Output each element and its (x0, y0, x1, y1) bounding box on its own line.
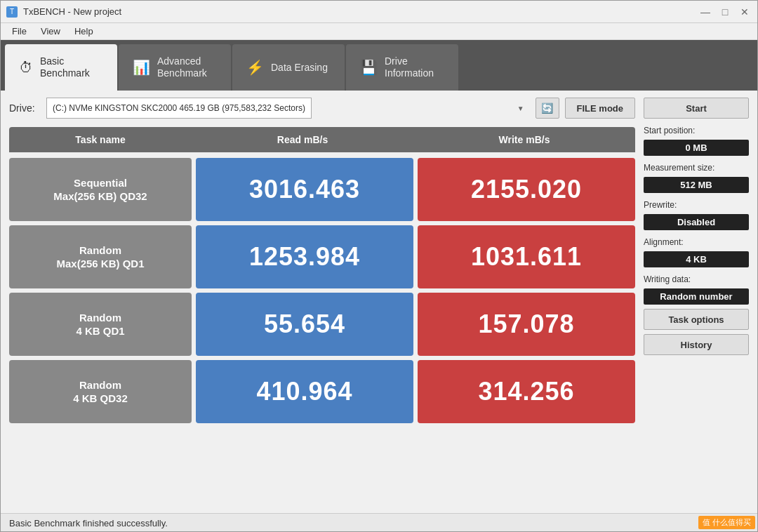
drive-label: Drive: (9, 102, 41, 114)
benchmark-table: Task name Read mB/s Write mB/s Sequentia… (9, 127, 635, 506)
table-row: Random4 KB QD1 55.654 157.078 (9, 293, 635, 356)
history-button[interactable]: History (644, 334, 749, 355)
drive-icon: 💾 (360, 59, 378, 76)
start-button[interactable]: Start (644, 98, 749, 119)
erase-icon: ⚡ (246, 59, 264, 76)
measurement-size-value: 512 MB (644, 177, 749, 193)
prewrite-value: Disabled (644, 214, 749, 230)
benchmark-header: Task name Read mB/s Write mB/s (9, 127, 635, 152)
row-read-sequential: 3016.463 (196, 158, 413, 221)
row-label-random-4k-qd1: Random4 KB QD1 (9, 293, 192, 356)
tab-basic-benchmark[interactable]: ⏱ BasicBenchmark (5, 44, 117, 91)
drive-row: Drive: (C:) NVMe KINGSTON SKC2000 465.19… (9, 98, 635, 119)
maximize-button[interactable]: □ (718, 5, 732, 19)
header-read: Read mB/s (192, 134, 413, 145)
row-write-random-4k-qd32: 314.256 (418, 360, 635, 423)
tab-drive-information[interactable]: 💾 DriveInformation (346, 44, 458, 91)
drive-refresh-button[interactable]: 🔄 (536, 98, 559, 119)
title-bar: T TxBENCH - New project — □ ✕ (1, 1, 757, 23)
tab-data-erasing[interactable]: ⚡ Data Erasing (232, 44, 345, 91)
right-panel: Start Start position: 0 MB Measurement s… (644, 98, 749, 506)
file-mode-button[interactable]: FILE mode (565, 98, 635, 119)
tab-basic-label: BasicBenchmark (40, 55, 90, 79)
close-button[interactable]: ✕ (738, 5, 752, 19)
row-label-random-256: RandomMax(256 KB) QD1 (9, 225, 192, 288)
row-write-sequential: 2155.020 (418, 158, 635, 221)
main-content: Drive: (C:) NVMe KINGSTON SKC2000 465.19… (1, 91, 757, 513)
chart-icon: 📊 (133, 59, 150, 76)
header-task-name: Task name (9, 134, 192, 145)
tab-bar: ⏱ BasicBenchmark 📊 AdvancedBenchmark ⚡ D… (1, 40, 757, 91)
left-panel: Drive: (C:) NVMe KINGSTON SKC2000 465.19… (9, 98, 635, 506)
start-position-label: Start position: (644, 126, 749, 135)
row-write-random-4k-qd1: 157.078 (418, 293, 635, 356)
start-position-value: 0 MB (644, 140, 749, 156)
window-title: TxBENCH - New project (23, 6, 121, 17)
minimize-button[interactable]: — (698, 5, 712, 19)
status-text: Basic Benchmark finished successfully. (9, 518, 168, 528)
table-row: Random4 KB QD32 410.964 314.256 (9, 360, 635, 423)
row-label-random-4k-qd32: Random4 KB QD32 (9, 360, 192, 423)
tab-advanced-label: AdvancedBenchmark (157, 55, 207, 79)
tab-advanced-benchmark[interactable]: 📊 AdvancedBenchmark (119, 44, 231, 91)
app-icon: T (6, 6, 18, 18)
row-read-random-4k-qd32: 410.964 (196, 360, 413, 423)
row-read-random-4k-qd1: 55.654 (196, 293, 413, 356)
tab-drive-label: DriveInformation (385, 55, 434, 79)
tab-erasing-label: Data Erasing (271, 62, 328, 74)
writing-data-label: Writing data: (644, 274, 749, 284)
menu-file[interactable]: File (6, 25, 32, 38)
row-write-random-256: 1031.611 (418, 225, 635, 288)
status-bar: Basic Benchmark finished successfully. (1, 513, 757, 532)
prewrite-label: Prewrite: (644, 200, 749, 210)
header-write: Write mB/s (413, 134, 635, 145)
drive-select-wrapper: (C:) NVMe KINGSTON SKC2000 465.19 GB (97… (46, 98, 530, 119)
row-read-random-256: 1253.984 (196, 225, 413, 288)
timer-icon: ⏱ (19, 60, 33, 76)
menu-bar: File View Help (1, 23, 757, 40)
row-label-sequential: SequentialMax(256 KB) QD32 (9, 158, 192, 221)
menu-help[interactable]: Help (69, 25, 99, 38)
alignment-value: 4 KB (644, 251, 749, 267)
menu-view[interactable]: View (35, 25, 66, 38)
writing-data-value: Random number (644, 288, 749, 305)
benchmark-rows: SequentialMax(256 KB) QD32 3016.463 2155… (9, 152, 635, 506)
title-bar-controls: — □ ✕ (698, 5, 752, 19)
drive-select[interactable]: (C:) NVMe KINGSTON SKC2000 465.19 GB (97… (46, 98, 312, 119)
measurement-size-label: Measurement size: (644, 163, 749, 173)
table-row: RandomMax(256 KB) QD1 1253.984 1031.611 (9, 225, 635, 288)
task-options-button[interactable]: Task options (644, 309, 749, 330)
title-bar-left: T TxBENCH - New project (6, 6, 121, 18)
table-row: SequentialMax(256 KB) QD32 3016.463 2155… (9, 158, 635, 221)
alignment-label: Alignment: (644, 237, 749, 247)
